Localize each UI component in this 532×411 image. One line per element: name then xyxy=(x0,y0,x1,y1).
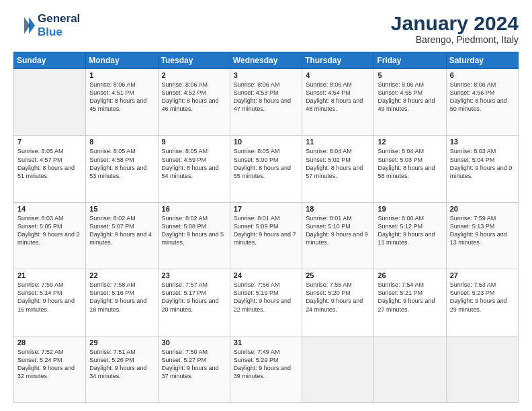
calendar-cell xyxy=(446,336,518,402)
calendar-cell: 21 Sunrise: 7:59 AMSunset: 5:14 PMDaylig… xyxy=(14,269,86,336)
day-info: Sunrise: 7:59 AMSunset: 5:14 PMDaylight:… xyxy=(17,281,82,314)
title-block: January 2024 Barengo, Piedmont, Italy xyxy=(391,12,519,45)
day-number: 12 xyxy=(378,138,442,146)
calendar-cell: 30 Sunrise: 7:50 AMSunset: 5:27 PMDaylig… xyxy=(158,336,230,402)
calendar-week-row: 28 Sunrise: 7:52 AMSunset: 5:24 PMDaylig… xyxy=(14,336,519,402)
day-number: 21 xyxy=(17,271,82,279)
header: General Blue January 2024 Barengo, Piedm… xyxy=(13,12,519,45)
calendar-cell: 4 Sunrise: 8:06 AMSunset: 4:54 PMDayligh… xyxy=(302,69,374,136)
day-number: 16 xyxy=(162,205,226,213)
weekday-header-row: SundayMondayTuesdayWednesdayThursdayFrid… xyxy=(14,52,519,69)
day-number: 15 xyxy=(89,205,154,213)
calendar-cell: 25 Sunrise: 7:55 AMSunset: 5:20 PMDaylig… xyxy=(302,269,374,336)
day-number: 9 xyxy=(162,138,226,146)
day-number: 17 xyxy=(234,205,298,213)
weekday-header-sunday: Sunday xyxy=(14,52,86,69)
calendar-cell xyxy=(302,336,374,402)
calendar-cell: 28 Sunrise: 7:52 AMSunset: 5:24 PMDaylig… xyxy=(14,336,86,402)
weekday-header-wednesday: Wednesday xyxy=(230,52,302,69)
calendar-cell: 12 Sunrise: 8:04 AMSunset: 5:03 PMDaylig… xyxy=(374,136,446,202)
calendar-cell: 1 Sunrise: 8:06 AMSunset: 4:51 PMDayligh… xyxy=(86,69,158,136)
day-info: Sunrise: 8:04 AMSunset: 5:03 PMDaylight:… xyxy=(378,147,442,180)
day-number: 4 xyxy=(306,71,370,79)
calendar-table: SundayMondayTuesdayWednesdayThursdayFrid… xyxy=(13,52,519,403)
day-info: Sunrise: 8:06 AMSunset: 4:54 PMDaylight:… xyxy=(306,81,370,113)
calendar-cell: 6 Sunrise: 8:06 AMSunset: 4:56 PMDayligh… xyxy=(446,69,518,136)
day-info: Sunrise: 7:55 AMSunset: 5:20 PMDaylight:… xyxy=(306,281,370,314)
day-info: Sunrise: 8:02 AMSunset: 5:08 PMDaylight:… xyxy=(162,214,226,247)
day-number: 13 xyxy=(450,138,515,146)
day-number: 1 xyxy=(89,71,154,79)
calendar-week-row: 21 Sunrise: 7:59 AMSunset: 5:14 PMDaylig… xyxy=(14,269,519,336)
day-info: Sunrise: 7:58 AMSunset: 5:16 PMDaylight:… xyxy=(89,281,154,314)
day-number: 22 xyxy=(89,271,154,279)
day-number: 25 xyxy=(306,271,370,279)
day-number: 3 xyxy=(234,71,298,79)
calendar-title: January 2024 xyxy=(391,12,519,34)
day-number: 19 xyxy=(378,205,442,213)
calendar-cell: 24 Sunrise: 7:56 AMSunset: 5:19 PMDaylig… xyxy=(230,269,302,336)
calendar-week-row: 7 Sunrise: 8:05 AMSunset: 4:57 PMDayligh… xyxy=(14,136,519,202)
day-number: 31 xyxy=(234,338,298,347)
day-number: 20 xyxy=(450,205,515,213)
day-info: Sunrise: 8:06 AMSunset: 4:53 PMDaylight:… xyxy=(234,81,298,113)
calendar-cell: 19 Sunrise: 8:00 AMSunset: 5:12 PMDaylig… xyxy=(374,202,446,269)
logo: General Blue xyxy=(13,12,80,39)
day-number: 11 xyxy=(306,138,370,146)
calendar-cell xyxy=(374,336,446,402)
day-number: 23 xyxy=(162,271,226,279)
day-info: Sunrise: 7:54 AMSunset: 5:21 PMDaylight:… xyxy=(378,281,442,314)
calendar-subtitle: Barengo, Piedmont, Italy xyxy=(391,34,519,45)
day-number: 27 xyxy=(450,271,515,279)
calendar-cell: 31 Sunrise: 7:49 AMSunset: 5:29 PMDaylig… xyxy=(230,336,302,402)
weekday-header-friday: Friday xyxy=(374,52,446,69)
day-number: 28 xyxy=(17,338,82,347)
calendar-cell: 23 Sunrise: 7:57 AMSunset: 5:17 PMDaylig… xyxy=(158,269,230,336)
day-number: 14 xyxy=(17,205,82,213)
logo-text: General Blue xyxy=(38,12,80,39)
day-number: 2 xyxy=(162,71,226,79)
calendar-cell: 11 Sunrise: 8:04 AMSunset: 5:02 PMDaylig… xyxy=(302,136,374,202)
calendar-cell: 20 Sunrise: 7:59 AMSunset: 5:13 PMDaylig… xyxy=(446,202,518,269)
day-info: Sunrise: 7:51 AMSunset: 5:26 PMDaylight:… xyxy=(89,348,154,381)
calendar-cell: 17 Sunrise: 8:01 AMSunset: 5:09 PMDaylig… xyxy=(230,202,302,269)
calendar-cell: 7 Sunrise: 8:05 AMSunset: 4:57 PMDayligh… xyxy=(14,136,86,202)
calendar-cell: 22 Sunrise: 7:58 AMSunset: 5:16 PMDaylig… xyxy=(86,269,158,336)
calendar-cell: 15 Sunrise: 8:02 AMSunset: 5:07 PMDaylig… xyxy=(86,202,158,269)
day-info: Sunrise: 8:06 AMSunset: 4:52 PMDaylight:… xyxy=(162,81,226,113)
calendar-cell: 18 Sunrise: 8:01 AMSunset: 5:10 PMDaylig… xyxy=(302,202,374,269)
calendar-cell: 26 Sunrise: 7:54 AMSunset: 5:21 PMDaylig… xyxy=(374,269,446,336)
day-info: Sunrise: 8:03 AMSunset: 5:04 PMDaylight:… xyxy=(450,147,515,180)
day-info: Sunrise: 8:05 AMSunset: 4:57 PMDaylight:… xyxy=(17,147,82,180)
weekday-header-saturday: Saturday xyxy=(446,52,518,69)
day-info: Sunrise: 7:59 AMSunset: 5:13 PMDaylight:… xyxy=(450,214,515,247)
day-info: Sunrise: 8:04 AMSunset: 5:02 PMDaylight:… xyxy=(306,147,370,180)
day-info: Sunrise: 7:49 AMSunset: 5:29 PMDaylight:… xyxy=(234,348,298,381)
day-info: Sunrise: 8:02 AMSunset: 5:07 PMDaylight:… xyxy=(89,214,154,247)
calendar-cell: 14 Sunrise: 8:03 AMSunset: 5:05 PMDaylig… xyxy=(14,202,86,269)
calendar-cell: 8 Sunrise: 8:05 AMSunset: 4:58 PMDayligh… xyxy=(86,136,158,202)
day-number: 8 xyxy=(89,138,154,146)
day-info: Sunrise: 8:06 AMSunset: 4:51 PMDaylight:… xyxy=(89,81,154,113)
calendar-week-row: 1 Sunrise: 8:06 AMSunset: 4:51 PMDayligh… xyxy=(14,69,519,136)
calendar-cell xyxy=(14,69,86,136)
calendar-cell: 10 Sunrise: 8:05 AMSunset: 5:00 PMDaylig… xyxy=(230,136,302,202)
day-info: Sunrise: 8:06 AMSunset: 4:56 PMDaylight:… xyxy=(450,81,515,113)
day-info: Sunrise: 8:00 AMSunset: 5:12 PMDaylight:… xyxy=(378,214,442,247)
day-info: Sunrise: 8:01 AMSunset: 5:09 PMDaylight:… xyxy=(234,214,298,247)
calendar-cell: 3 Sunrise: 8:06 AMSunset: 4:53 PMDayligh… xyxy=(230,69,302,136)
day-number: 5 xyxy=(378,71,442,79)
weekday-header-thursday: Thursday xyxy=(302,52,374,69)
day-number: 18 xyxy=(306,205,370,213)
calendar-cell: 16 Sunrise: 8:02 AMSunset: 5:08 PMDaylig… xyxy=(158,202,230,269)
day-info: Sunrise: 8:01 AMSunset: 5:10 PMDaylight:… xyxy=(306,214,370,247)
day-info: Sunrise: 7:52 AMSunset: 5:24 PMDaylight:… xyxy=(17,348,82,381)
page: General Blue January 2024 Barengo, Piedm… xyxy=(0,0,532,411)
day-number: 30 xyxy=(162,338,226,347)
calendar-cell: 27 Sunrise: 7:53 AMSunset: 5:23 PMDaylig… xyxy=(446,269,518,336)
calendar-week-row: 14 Sunrise: 8:03 AMSunset: 5:05 PMDaylig… xyxy=(14,202,519,269)
day-number: 6 xyxy=(450,71,515,79)
day-info: Sunrise: 8:03 AMSunset: 5:05 PMDaylight:… xyxy=(17,214,82,247)
calendar-cell: 9 Sunrise: 8:05 AMSunset: 4:59 PMDayligh… xyxy=(158,136,230,202)
calendar-cell: 13 Sunrise: 8:03 AMSunset: 5:04 PMDaylig… xyxy=(446,136,518,202)
